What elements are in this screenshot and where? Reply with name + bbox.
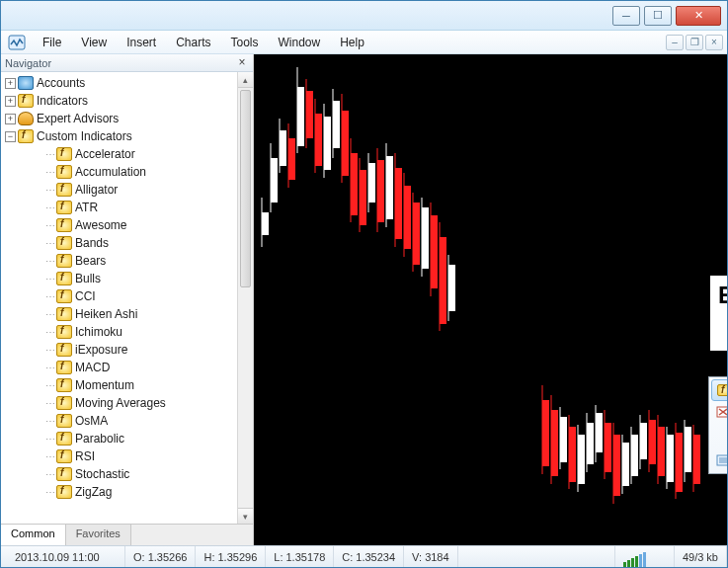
cm-item-delete-window: Delete Indicator Window [711,423,727,445]
tree-item-bands[interactable]: ⋯Bands [1,234,237,252]
menu-help[interactable]: Help [330,34,374,51]
scroll-thumb[interactable] [240,90,251,287]
tree-item-label: Parabolic [75,432,124,446]
tab-common[interactable]: Common [1,525,66,545]
indicator-icon [56,485,72,499]
tree-toggle-icon[interactable]: + [5,78,16,89]
tree-item-accelerator[interactable]: ⋯Accelerator [1,145,237,163]
indicator-icon [56,218,72,232]
tree-connector-icon: ⋯ [44,149,56,160]
tree-item-parabolic[interactable]: ⋯Parabolic [1,430,237,447]
tree-item-label: Ichimoku [75,325,122,339]
cm-item-delete[interactable]: Delete Indicator [711,401,727,423]
maximize-button[interactable]: ☐ [644,6,672,26]
status-open: O: 1.35266 [125,546,196,567]
delete-window-icon [713,426,727,442]
navigator-scrollbar[interactable]: ▴ ▾ [237,72,253,524]
indicator-icon [56,165,72,179]
indicator-icon [56,289,72,303]
tree-connector-icon: ⋯ [44,238,56,249]
tree-item-iexposure[interactable]: ⋯iExposure [1,341,237,359]
workspace: Navigator × +Accounts+Indicators+Expert … [1,54,727,545]
tree-item-bulls[interactable]: ⋯Bulls [1,270,237,287]
mdi-restore-button[interactable]: ❐ [686,35,703,50]
tree-item-awesome[interactable]: ⋯Awesome [1,216,237,234]
annotation-callout: Edit Indicator [708,274,727,353]
indicator-icon [56,272,72,285]
tree-item-label: Stochastic [75,467,129,481]
tree-item-alligator[interactable]: ⋯Alligator [1,181,237,199]
tree-item-heiken-ashi[interactable]: ⋯Heiken Ashi [1,305,237,323]
tree-item-label: Bulls [75,272,101,285]
tree-connector-icon: ⋯ [44,220,56,231]
chart-area[interactable]: Edit Indicator Heiken Ashi properties...… [254,54,727,545]
indicator-icon [56,183,72,197]
tree-item-cci[interactable]: ⋯CCI [1,287,237,305]
tree-item-zigzag[interactable]: ⋯ZigZag [1,483,237,501]
status-low: L: 1.35178 [266,546,334,567]
tree-item-accumulation[interactable]: ⋯Accumulation [1,163,237,181]
status-close: C: 1.35234 [334,546,404,567]
tree-item-label: Custom Indicators [37,129,132,143]
tree-item-rsi[interactable]: ⋯RSI [1,447,237,465]
scroll-down-icon[interactable]: ▾ [238,508,253,524]
navigator-close-button[interactable]: × [235,56,249,70]
indicator-icon [56,467,72,481]
tree-connector-icon: ⋯ [44,327,56,338]
navigator-tabs: Common Favorites [1,524,253,545]
indicator-icon [56,414,72,428]
tree-toggle-icon[interactable]: − [5,131,16,142]
tree-item-bears[interactable]: ⋯Bears [1,252,237,270]
tab-favorites[interactable]: Favorites [66,525,131,545]
scroll-up-icon[interactable]: ▴ [238,72,253,88]
cm-item-indicators-list[interactable]: Indicators List Ctrl+I [711,449,727,471]
tree-connector-icon: ⋯ [44,416,56,427]
tree-item-moving-averages[interactable]: ⋯Moving Averages [1,394,237,412]
indicator-icon [56,254,72,268]
status-datetime: 2013.10.09 11:00 [7,546,125,567]
tree-item-ichimoku[interactable]: ⋯Ichimoku [1,323,237,341]
status-traffic: 49/3 kb [675,546,727,567]
mdi-buttons: – ❐ × [666,35,727,50]
tree-item-expert-advisors[interactable]: +Expert Advisors [1,110,237,127]
tree-item-accounts[interactable]: +Accounts [1,74,237,92]
indicator-icon [56,325,72,339]
tree-item-label: Accounts [37,76,85,90]
tree-item-momentum[interactable]: ⋯Momentum [1,376,237,394]
menu-insert[interactable]: Insert [117,34,166,51]
tree-item-label: ATR [75,201,98,214]
annotation-text: Edit Indicator [718,282,727,309]
menu-file[interactable]: File [33,34,71,51]
tree-toggle-icon[interactable]: + [5,114,16,124]
menu-window[interactable]: Window [269,34,331,51]
tree-item-label: MACD [75,361,110,374]
tree-item-label: Moving Averages [75,396,166,410]
tree-item-indicators[interactable]: +Indicators [1,92,237,110]
tree-connector-icon: ⋯ [44,167,56,178]
tree-item-label: Indicators [37,94,88,108]
tree-item-macd[interactable]: ⋯MACD [1,359,237,376]
app-icon [7,34,27,51]
cm-item-properties[interactable]: Heiken Ashi properties... [711,379,727,401]
indicator-icon [56,432,72,446]
context-menu: Heiken Ashi properties... Delete Indicat… [708,376,727,474]
tree-item-stochastic[interactable]: ⋯Stochastic [1,465,237,483]
tree-toggle-icon[interactable]: + [5,96,16,107]
tree-connector-icon: ⋯ [44,309,56,320]
menu-charts[interactable]: Charts [166,34,220,51]
tree-item-atr[interactable]: ⋯ATR [1,199,237,216]
tree-connector-icon: ⋯ [44,451,56,462]
tree-connector-icon: ⋯ [44,434,56,445]
close-button[interactable]: ✕ [676,6,721,26]
menu-tools[interactable]: Tools [221,34,269,51]
tree-item-osma[interactable]: ⋯OsMA [1,412,237,430]
tree-item-custom-indicators[interactable]: −Custom Indicators [1,127,237,145]
tree-connector-icon: ⋯ [44,291,56,302]
mdi-close-button[interactable]: × [705,35,723,50]
tree-item-label: RSI [75,449,95,463]
menu-view[interactable]: View [71,34,117,51]
mdi-minimize-button[interactable]: – [666,35,684,50]
minimize-button[interactable]: ─ [612,6,640,26]
navigator-tree[interactable]: +Accounts+Indicators+Expert Advisors−Cus… [1,72,237,524]
tree-connector-icon: ⋯ [44,398,56,409]
